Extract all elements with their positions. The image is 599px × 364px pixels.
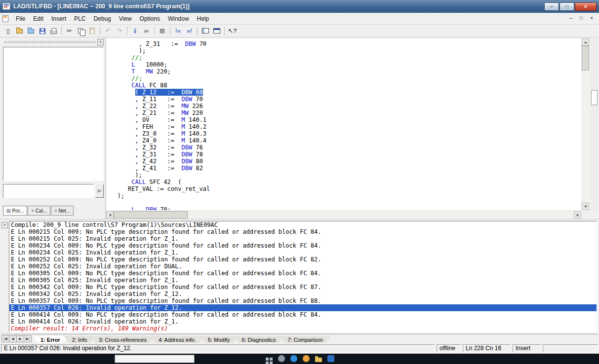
output-tab-2-info[interactable]: 2: Info (64, 336, 95, 343)
scroll-right-button[interactable] (574, 211, 581, 218)
save-icon[interactable] (37, 26, 48, 36)
vertical-scrollbar-thumb[interactable] (582, 46, 589, 71)
taskbar-window-button[interactable] (115, 355, 195, 363)
minimize-button[interactable]: – (544, 2, 559, 11)
code-line[interactable]: , Z_42 := DBW 80 (110, 158, 581, 165)
frame-scrollbar[interactable] (591, 38, 598, 210)
output-line-selected[interactable]: E Ln 000357 Col 026: Invalid operation f… (9, 304, 597, 311)
code-line[interactable]: L DBW 78; (110, 206, 581, 210)
taskbar-app-icon-4[interactable] (327, 355, 334, 362)
taskbar-app-icon-2[interactable] (290, 355, 297, 362)
output-tab-5-modify[interactable]: 5: Modify (200, 336, 238, 343)
mdi-restore-button[interactable]: □ (577, 15, 586, 23)
code-line[interactable]: , Z_11 := DBW 70 (110, 96, 581, 103)
taskbar-app-icon-1[interactable] (278, 355, 285, 362)
next-error-icon[interactable]: »! (184, 26, 195, 36)
scroll-down-button[interactable] (582, 203, 589, 210)
split-window-icon[interactable] (200, 26, 211, 36)
code-line[interactable]: //; (110, 75, 581, 82)
code-line[interactable]: , Z_41 := DBW 82 (110, 165, 581, 172)
menu-view[interactable]: View (115, 14, 136, 24)
editor-vertical-scrollbar[interactable] (582, 38, 589, 210)
code-line[interactable]: ); (110, 192, 581, 199)
menu-edit[interactable]: Edit (29, 14, 47, 24)
menu-debug[interactable]: Debug (89, 14, 115, 24)
frame-scrollbar-thumb[interactable] (591, 90, 598, 105)
code-editor[interactable]: , Z_31 := DBW 70 ); //; L 10000; T MW 22… (106, 38, 581, 210)
scroll-up-button[interactable] (582, 38, 589, 46)
output-line[interactable]: E Ln 000414 Col 009: No PLC type descrip… (9, 311, 597, 318)
output-line[interactable]: E Ln 000215 Col 025: Invalid operation f… (9, 235, 597, 242)
output-line[interactable]: E Ln 000357 Col 009: No PLC type descrip… (9, 297, 597, 304)
editor-horizontal-scrollbar[interactable] (106, 211, 581, 218)
code-line[interactable]: , OV := M 140.1 (110, 116, 581, 123)
output-close-button[interactable]: × (1, 222, 8, 228)
code-line[interactable]: ( Z_12 := DBW 68 (110, 89, 581, 96)
overview-window-icon[interactable] (211, 26, 222, 36)
scroll-left-button[interactable] (106, 211, 114, 218)
code-line[interactable]: ); (110, 47, 581, 54)
output-tab-3-cross-references[interactable]: 3: Cross-references (91, 336, 155, 343)
output-line[interactable]: E Ln 000215 Col 009: No PLC type descrip… (9, 228, 597, 235)
menu-options[interactable]: Options (136, 14, 164, 24)
document-system-icon[interactable] (2, 15, 8, 22)
paste-icon[interactable] (86, 26, 98, 36)
cut-icon[interactable]: ✂ (64, 26, 75, 36)
output-line[interactable]: E Ln 000252 Col 025: Invalid operation f… (9, 263, 597, 270)
output-line[interactable]: E Ln 000252 Col 009: No PLC type descrip… (9, 256, 597, 263)
maximize-button[interactable]: □ (559, 2, 574, 11)
tab-program-elements[interactable]: ▤Pro... (3, 206, 27, 216)
pane-close-button[interactable]: × (97, 39, 104, 45)
menu-window[interactable]: Window (164, 14, 193, 24)
menu-insert[interactable]: Insert (47, 14, 70, 24)
redo-icon[interactable]: ↷ (114, 26, 125, 36)
close-button[interactable]: × (575, 2, 597, 11)
code-line[interactable]: //; (110, 54, 581, 61)
output-line[interactable]: E Ln 000234 Col 009: No PLC type descrip… (9, 242, 597, 249)
menu-plc[interactable]: PLC (70, 14, 89, 24)
code-line[interactable]: ); (110, 172, 581, 179)
code-line[interactable]: , Z_21 := MW 220 (110, 109, 581, 116)
code-line[interactable]: , Z4_0 := M 140.4 (110, 137, 581, 144)
output-line[interactable]: Compiler result: 14 Error(s), 189 Warnin… (9, 325, 597, 332)
mdi-minimize-button[interactable]: – (566, 15, 575, 23)
symbol-info-icon[interactable]: ⊞ (157, 26, 168, 36)
undo-icon[interactable]: ↶ (102, 26, 114, 36)
code-line[interactable]: , Z_31 := DBW 70 (110, 40, 581, 47)
output-nav-next[interactable]: ▶ (16, 335, 24, 342)
code-line[interactable]: RET_VAL := conv_ret_val (110, 185, 581, 192)
mdi-close-button[interactable]: × (587, 15, 596, 23)
output-line[interactable]: E Ln 000305 Col 025: Invalid operation f… (9, 277, 597, 284)
output-nav-first[interactable]: |◀ (1, 335, 9, 342)
code-line[interactable]: L 10000; (110, 61, 581, 68)
output-nav-last[interactable]: ▶| (24, 335, 32, 342)
open-online-icon[interactable] (25, 26, 37, 36)
code-line[interactable] (110, 199, 581, 206)
output-line[interactable]: E Ln 000342 Col 025: Invalid operation f… (9, 291, 597, 297)
program-elements-list[interactable] (3, 47, 104, 181)
code-line[interactable]: , Z3_0 := M 140.3 (110, 130, 581, 137)
copy-icon[interactable] (75, 26, 86, 36)
code-line[interactable]: , Z_32 := DBW 76 (110, 144, 581, 151)
code-line[interactable]: , Z_22 := MW 226 (110, 103, 581, 109)
tab-networks[interactable]: ≡Net... (51, 206, 74, 216)
download-icon[interactable]: ⇓ (129, 26, 141, 36)
code-line[interactable]: T MW 220; (110, 68, 581, 75)
tab-call-structure[interactable]: ≡Cal... (28, 206, 50, 216)
taskbar-folder-icon[interactable] (315, 358, 322, 362)
output-nav-prev[interactable]: ◀ (9, 335, 17, 342)
code-line[interactable]: CALL SFC 42 ( (110, 179, 581, 185)
horizontal-scrollbar-thumb[interactable] (114, 211, 188, 218)
previous-error-icon[interactable]: !« (172, 26, 184, 36)
open-icon[interactable] (14, 26, 25, 36)
output-messages[interactable]: Compile: 200_9 line control\S7 Program(1… (9, 221, 597, 332)
stl-source[interactable]: , Z_31 := DBW 70 ); //; L 10000; T MW 22… (106, 38, 581, 210)
output-line[interactable]: E Ln 000414 Col 026: Invalid operation f… (9, 318, 597, 325)
output-tab-7-comparison[interactable]: 7: Comparison (280, 336, 331, 343)
output-tab-6-diagnostics[interactable]: 6: Diagnostics (234, 336, 283, 343)
taskbar-app-icon-3[interactable] (303, 355, 310, 362)
output-line[interactable]: E Ln 000342 Col 009: No PLC type descrip… (9, 284, 597, 291)
output-tab-1-error[interactable]: 1: Error (33, 336, 68, 343)
new-icon[interactable]: ▯ (2, 26, 14, 36)
menu-help[interactable]: Help (193, 14, 213, 24)
